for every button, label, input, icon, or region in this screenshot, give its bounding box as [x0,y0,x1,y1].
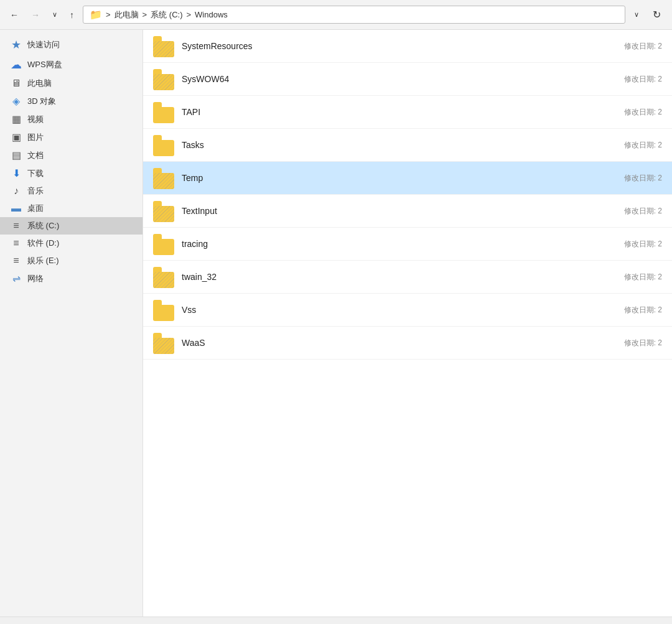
sidebar-item-downloads[interactable]: ⬇下载 [0,164,142,182]
folder-icon-4 [153,167,175,189]
sidebar-label-music: 音乐 [27,185,44,197]
file-row[interactable]: Vss修改日期: 2 [143,294,672,327]
path-sep-2: > [186,10,191,19]
file-row[interactable]: twain_32修改日期: 2 [143,261,672,294]
file-row[interactable]: TextInput修改日期: 2 [143,195,672,228]
sidebar-item-quick-access[interactable]: ★快速访问 [0,35,142,55]
sidebar-label-network: 网络 [27,273,44,284]
sidebar-label-quick-access: 快速访问 [27,39,60,50]
file-date-8: 修改日期: 2 [624,305,662,315]
file-name-5: TextInput [182,206,618,216]
sidebar-label-documents: 文档 [27,150,44,161]
sidebar-icon-desktop: ▬ [10,203,22,214]
sidebar: ★快速访问☁WPS网盘🖥此电脑◈3D 对象▦视频▣图片▤文档⬇下载♪音乐▬桌面≡… [0,30,143,617]
file-date-1: 修改日期: 2 [624,74,662,85]
file-list: SystemResources修改日期: 2SysWOW64修改日期: 2TAP… [143,30,672,617]
folder-icon-3 [153,134,175,156]
sidebar-icon-wps-drive: ☁ [10,58,22,72]
refresh-button[interactable]: ↻ [648,6,666,23]
file-name-3: Tasks [182,140,618,150]
sidebar-item-music[interactable]: ♪音乐 [0,182,142,200]
file-name-4: Temp [182,173,618,183]
folder-icon-8 [153,299,175,321]
sidebar-icon-pictures: ▣ [10,131,22,143]
folder-icon-1 [153,68,175,90]
file-date-0: 修改日期: 2 [624,41,662,52]
main-layout: ★快速访问☁WPS网盘🖥此电脑◈3D 对象▦视频▣图片▤文档⬇下载♪音乐▬桌面≡… [0,30,672,617]
sidebar-icon-this-pc: 🖥 [10,78,22,89]
sidebar-item-d-drive[interactable]: ≡软件 (D:) [0,235,142,252]
sidebar-item-this-pc[interactable]: 🖥此电脑 [0,75,142,92]
file-row[interactable]: TAPI修改日期: 2 [143,96,672,129]
sidebar-label-downloads: 下载 [27,168,44,179]
file-name-0: SystemResources [182,41,618,51]
path-label-folder: Windows [195,10,228,19]
folder-icon-6 [153,233,175,255]
file-date-7: 修改日期: 2 [624,272,662,282]
sidebar-item-3d-objects[interactable]: ◈3D 对象 [0,92,142,110]
sidebar-item-videos[interactable]: ▦视频 [0,110,142,128]
sidebar-icon-videos: ▦ [10,113,22,125]
sidebar-item-wps-drive[interactable]: ☁WPS网盘 [0,55,142,75]
file-name-8: Vss [182,305,618,315]
address-bar: ← → ∨ ↑ 📁 > 此电脑 > 系统 (C:) > Windows ∨ ↻ [0,0,672,30]
sidebar-icon-quick-access: ★ [10,38,22,52]
sidebar-item-network[interactable]: ⇌网络 [0,269,142,287]
path-folder-icon: 📁 [90,9,102,21]
file-date-3: 修改日期: 2 [624,140,662,151]
sidebar-item-pictures[interactable]: ▣图片 [0,128,142,146]
forward-button[interactable]: → [27,7,44,22]
file-date-5: 修改日期: 2 [624,206,662,217]
sidebar-item-documents[interactable]: ▤文档 [0,146,142,164]
file-row[interactable]: SystemResources修改日期: 2 [143,30,672,63]
file-name-9: WaaS [182,338,618,348]
sidebar-icon-documents: ▤ [10,149,22,161]
sidebar-label-this-pc: 此电脑 [27,78,52,89]
sidebar-icon-c-drive: ≡ [10,220,22,231]
sidebar-label-3d-objects: 3D 对象 [27,96,56,107]
file-name-1: SysWOW64 [182,74,618,84]
address-path[interactable]: 📁 > 此电脑 > 系统 (C:) > Windows [83,6,625,24]
sidebar-item-desktop[interactable]: ▬桌面 [0,200,142,217]
folder-icon-5 [153,200,175,222]
path-part-1: > [106,10,111,19]
file-row[interactable]: WaaS修改日期: 2 [143,327,672,360]
file-name-6: tracing [182,239,618,249]
path-label-pc: 此电脑 [114,9,139,21]
file-date-2: 修改日期: 2 [624,107,662,118]
dropdown-button[interactable]: ∨ [49,8,61,21]
folder-icon-9 [153,332,175,354]
file-date-9: 修改日期: 2 [624,338,662,348]
sidebar-label-e-drive: 娱乐 (E:) [27,255,59,266]
file-row[interactable]: Temp修改日期: 2 [143,162,672,195]
path-sep-1: > [142,10,147,19]
up-button[interactable]: ↑ [66,7,78,22]
file-row[interactable]: Tasks修改日期: 2 [143,129,672,162]
sidebar-label-d-drive: 软件 (D:) [27,238,59,249]
horizontal-scrollbar[interactable] [0,617,672,624]
sidebar-icon-d-drive: ≡ [10,238,22,249]
file-row[interactable]: SysWOW64修改日期: 2 [143,63,672,96]
sidebar-item-e-drive[interactable]: ≡娱乐 (E:) [0,252,142,269]
file-row[interactable]: tracing修改日期: 2 [143,228,672,261]
folder-icon-7 [153,266,175,288]
sidebar-icon-music: ♪ [10,185,22,197]
folder-icon-2 [153,101,175,123]
sidebar-icon-3d-objects: ◈ [10,95,22,107]
sidebar-label-wps-drive: WPS网盘 [27,59,62,70]
file-date-4: 修改日期: 2 [624,173,662,184]
sidebar-icon-e-drive: ≡ [10,255,22,266]
sidebar-label-desktop: 桌面 [27,203,44,214]
sidebar-item-c-drive[interactable]: ≡系统 (C:) [0,217,142,235]
file-name-2: TAPI [182,107,618,117]
sidebar-icon-network: ⇌ [10,272,22,284]
sidebar-icon-downloads: ⬇ [10,167,22,179]
address-dropdown-button[interactable]: ∨ [630,8,643,21]
sidebar-label-pictures: 图片 [27,132,44,143]
file-name-7: twain_32 [182,272,618,282]
folder-icon-0 [153,35,175,57]
sidebar-label-c-drive: 系统 (C:) [27,220,59,231]
back-button[interactable]: ← [6,7,22,22]
sidebar-label-videos: 视频 [27,114,44,125]
file-date-6: 修改日期: 2 [624,239,662,249]
